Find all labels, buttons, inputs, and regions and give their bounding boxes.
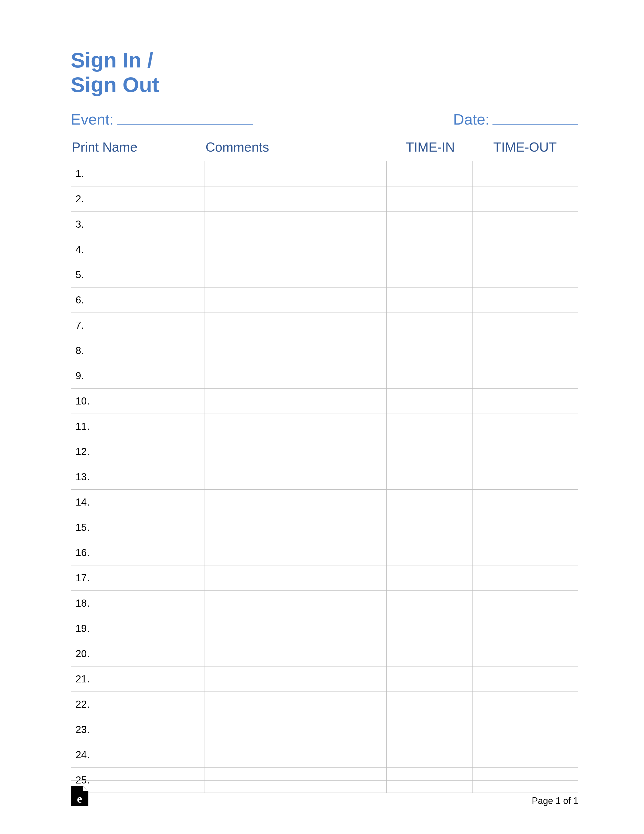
cell-time-out[interactable] — [473, 540, 578, 566]
cell-time-in[interactable] — [387, 666, 473, 692]
cell-time-in[interactable] — [387, 161, 473, 186]
cell-comments[interactable] — [205, 666, 387, 692]
cell-time-in[interactable] — [387, 363, 473, 389]
cell-time-in[interactable] — [387, 288, 473, 313]
cell-time-in[interactable] — [387, 742, 473, 768]
cell-time-out[interactable] — [473, 313, 578, 338]
cell-comments[interactable] — [205, 288, 387, 313]
cell-time-in[interactable] — [387, 389, 473, 414]
cell-comments[interactable] — [205, 389, 387, 414]
cell-print-name[interactable]: 7. — [71, 313, 205, 338]
header-time-out: TIME-OUT — [473, 139, 577, 155]
cell-time-in[interactable] — [387, 692, 473, 717]
cell-comments[interactable] — [205, 414, 387, 439]
cell-time-in[interactable] — [387, 490, 473, 515]
cell-comments[interactable] — [205, 717, 387, 742]
cell-comments[interactable] — [205, 363, 387, 389]
cell-print-name[interactable]: 15. — [71, 515, 205, 540]
cell-comments[interactable] — [205, 742, 387, 768]
cell-print-name[interactable]: 16. — [71, 540, 205, 566]
cell-print-name[interactable]: 8. — [71, 338, 205, 363]
cell-print-name[interactable]: 22. — [71, 692, 205, 717]
cell-time-in[interactable] — [387, 262, 473, 288]
cell-time-out[interactable] — [473, 666, 578, 692]
cell-time-in[interactable] — [387, 591, 473, 616]
cell-time-out[interactable] — [473, 566, 578, 591]
cell-time-out[interactable] — [473, 186, 578, 212]
cell-print-name[interactable]: 14. — [71, 490, 205, 515]
cell-comments[interactable] — [205, 464, 387, 490]
cell-time-out[interactable] — [473, 389, 578, 414]
cell-comments[interactable] — [205, 641, 387, 666]
cell-print-name[interactable]: 5. — [71, 262, 205, 288]
table-row: 2. — [71, 186, 578, 212]
cell-comments[interactable] — [205, 515, 387, 540]
cell-print-name[interactable]: 23. — [71, 717, 205, 742]
cell-time-out[interactable] — [473, 742, 578, 768]
cell-time-in[interactable] — [387, 212, 473, 237]
cell-time-in[interactable] — [387, 540, 473, 566]
cell-time-out[interactable] — [473, 439, 578, 464]
cell-print-name[interactable]: 24. — [71, 742, 205, 768]
cell-time-out[interactable] — [473, 717, 578, 742]
cell-comments[interactable] — [205, 313, 387, 338]
cell-print-name[interactable]: 13. — [71, 464, 205, 490]
cell-time-in[interactable] — [387, 414, 473, 439]
cell-comments[interactable] — [205, 591, 387, 616]
cell-print-name[interactable]: 4. — [71, 237, 205, 262]
cell-comments[interactable] — [205, 237, 387, 262]
cell-comments[interactable] — [205, 262, 387, 288]
cell-time-in[interactable] — [387, 566, 473, 591]
cell-time-out[interactable] — [473, 616, 578, 641]
cell-time-in[interactable] — [387, 313, 473, 338]
cell-time-out[interactable] — [473, 692, 578, 717]
cell-time-out[interactable] — [473, 515, 578, 540]
cell-comments[interactable] — [205, 338, 387, 363]
cell-comments[interactable] — [205, 186, 387, 212]
cell-time-in[interactable] — [387, 237, 473, 262]
cell-comments[interactable] — [205, 212, 387, 237]
cell-time-out[interactable] — [473, 490, 578, 515]
cell-time-in[interactable] — [387, 338, 473, 363]
cell-time-out[interactable] — [473, 288, 578, 313]
cell-time-out[interactable] — [473, 161, 578, 186]
cell-time-out[interactable] — [473, 338, 578, 363]
cell-comments[interactable] — [205, 439, 387, 464]
cell-print-name[interactable]: 21. — [71, 666, 205, 692]
cell-time-in[interactable] — [387, 616, 473, 641]
cell-time-out[interactable] — [473, 464, 578, 490]
date-blank-line[interactable] — [492, 111, 578, 124]
cell-comments[interactable] — [205, 161, 387, 186]
cell-print-name[interactable]: 3. — [71, 212, 205, 237]
cell-print-name[interactable]: 6. — [71, 288, 205, 313]
cell-print-name[interactable]: 9. — [71, 363, 205, 389]
cell-comments[interactable] — [205, 540, 387, 566]
cell-time-in[interactable] — [387, 641, 473, 666]
cell-time-in[interactable] — [387, 515, 473, 540]
event-blank-line[interactable] — [117, 111, 253, 124]
cell-time-out[interactable] — [473, 591, 578, 616]
cell-time-out[interactable] — [473, 262, 578, 288]
cell-comments[interactable] — [205, 566, 387, 591]
cell-print-name[interactable]: 19. — [71, 616, 205, 641]
cell-print-name[interactable]: 20. — [71, 641, 205, 666]
cell-print-name[interactable]: 17. — [71, 566, 205, 591]
cell-time-in[interactable] — [387, 717, 473, 742]
cell-comments[interactable] — [205, 692, 387, 717]
cell-time-out[interactable] — [473, 414, 578, 439]
cell-print-name[interactable]: 18. — [71, 591, 205, 616]
cell-time-out[interactable] — [473, 363, 578, 389]
cell-print-name[interactable]: 10. — [71, 389, 205, 414]
cell-print-name[interactable]: 11. — [71, 414, 205, 439]
cell-print-name[interactable]: 12. — [71, 439, 205, 464]
cell-time-out[interactable] — [473, 237, 578, 262]
cell-time-out[interactable] — [473, 641, 578, 666]
cell-time-in[interactable] — [387, 439, 473, 464]
cell-print-name[interactable]: 1. — [71, 161, 205, 186]
cell-comments[interactable] — [205, 616, 387, 641]
cell-time-in[interactable] — [387, 186, 473, 212]
cell-print-name[interactable]: 2. — [71, 186, 205, 212]
cell-time-out[interactable] — [473, 212, 578, 237]
cell-comments[interactable] — [205, 490, 387, 515]
cell-time-in[interactable] — [387, 464, 473, 490]
